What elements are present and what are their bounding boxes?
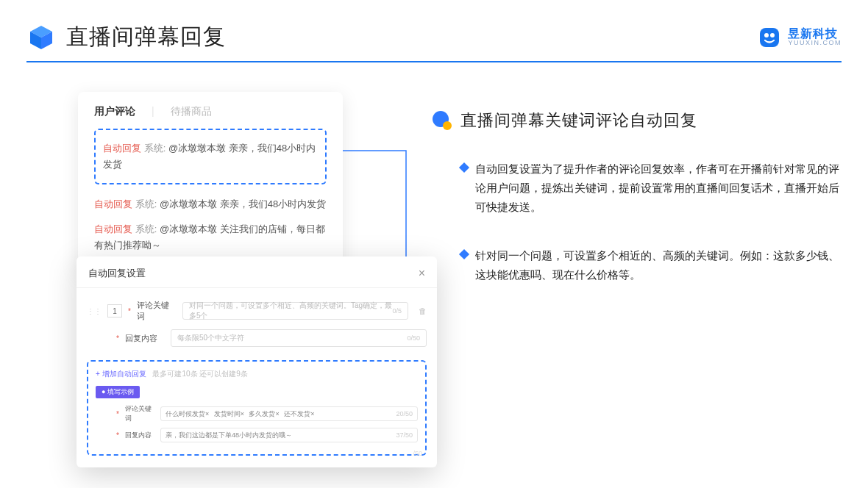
- ex-keyword-count: 20/50: [396, 410, 413, 417]
- content-row: * 回复内容 每条限50个中文字符 0/50: [87, 329, 427, 347]
- auto-reply-tag: 自动回复: [103, 143, 141, 154]
- left-column: 用户评论 | 待播商品 自动回复 系统: @冰墩墩本墩 亲亲，我们48小时内发货…: [26, 92, 409, 314]
- tag-chip: 多久发货×: [249, 410, 279, 417]
- content-label: 回复内容: [125, 333, 165, 344]
- tab-user-comments[interactable]: 用户评论: [94, 105, 135, 118]
- comment-tabs: 用户评论 | 待播商品: [94, 105, 327, 118]
- system-label: 系统:: [135, 223, 157, 234]
- right-title: 直播间弹幕关键词评论自动回复: [460, 110, 697, 132]
- keyword-label: 评论关键词: [137, 300, 177, 322]
- drag-handle-icon[interactable]: ⋮⋮: [87, 307, 102, 315]
- auto-reply-modal: 自动回复设置 × ⋮⋮ 1 * 评论关键词 对同一个问题，可设置多个相近、高频的…: [77, 256, 437, 467]
- required-star: *: [116, 410, 119, 418]
- ex-content-count: 37/50: [396, 431, 413, 439]
- page-header: 直播间弹幕回复 昱新科技 YUUXIN.COM: [0, 0, 868, 52]
- comment-text: @冰墩墩本墩 亲亲，我们48小时内发货: [160, 198, 326, 209]
- add-auto-reply-link[interactable]: + 增加自动回复 最多可建10条 还可以创建9条: [96, 369, 418, 379]
- system-label: 系统:: [144, 143, 166, 154]
- content-placeholder: 每条限50个中文字符: [177, 333, 244, 343]
- ex-keyword-label: 评论关键词: [125, 404, 154, 423]
- modal-header: 自动回复设置 ×: [77, 267, 437, 288]
- delete-icon[interactable]: 🗑: [414, 306, 427, 315]
- right-column: 直播间弹幕关键词评论自动回复 自动回复设置为了提升作者的评论回复效率，作者可在开…: [431, 92, 842, 314]
- keyword-input[interactable]: 对同一个问题，可设置多个相近、高频的关键词。Tag确定，最多5个 0/5: [182, 302, 408, 320]
- bullet-item: 自动回复设置为了提升作者的评论回复效率，作者可在开播前针对常见的评论用户问题，提…: [431, 159, 842, 217]
- brand: 昱新科技 YUUXIN.COM: [757, 25, 842, 50]
- tab-pending-goods[interactable]: 待播商品: [171, 105, 212, 118]
- brand-name-cn: 昱新科技: [788, 27, 842, 40]
- row-index: 1: [107, 304, 122, 317]
- ex-tags: 什么时候发货× 发货时间× 多久发货× 还不发货×: [166, 409, 318, 419]
- add-link-hint: 最多可建10条 还可以创建9条: [152, 370, 247, 378]
- tag-chip: 发货时间×: [214, 410, 244, 417]
- brand-name-en: YUUXIN.COM: [788, 40, 842, 47]
- diamond-bullet-icon: [459, 249, 469, 259]
- auto-reply-tag: 自动回复: [94, 223, 132, 234]
- ex-content-value: 亲，我们这边都是下单48小时内发货的哦～: [166, 431, 292, 440]
- svg-point-7: [443, 121, 452, 130]
- system-label: 系统:: [135, 198, 157, 209]
- example-keyword-row: * 评论关键词 什么时候发货× 发货时间× 多久发货× 还不发货× 20/50: [96, 404, 418, 423]
- tag-chip: 什么时候发货×: [166, 410, 209, 417]
- comment-row: 自动回复 系统: @冰墩墩本墩 关注我们的店铺，每日都有热门推荐呦～: [94, 217, 327, 258]
- bullet-item: 针对同一个问题，可设置多个相近的、高频的关键词。例如：这款多少钱、这块能优惠吗、…: [431, 246, 842, 284]
- auto-reply-tag: 自动回复: [94, 198, 132, 209]
- tag-chip: 还不发货×: [284, 410, 314, 417]
- ex-keyword-input[interactable]: 什么时候发货× 发货时间× 多久发货× 还不发货× 20/50: [160, 406, 418, 421]
- content-input[interactable]: 每条限50个中文字符 0/50: [171, 329, 427, 347]
- main-content: 用户评论 | 待播商品 自动回复 系统: @冰墩墩本墩 亲亲，我们48小时内发货…: [0, 62, 868, 314]
- modal-title: 自动回复设置: [88, 267, 146, 280]
- stray-count: /50: [413, 450, 422, 457]
- header-left: 直播间弹幕回复: [26, 22, 226, 52]
- highlighted-comment: 自动回复 系统: @冰墩墩本墩 亲亲，我们48小时内发货: [94, 129, 327, 184]
- right-heading: 直播间弹幕关键词评论自动回复: [431, 110, 842, 132]
- ex-content-label: 回复内容: [125, 431, 154, 440]
- keyword-row: ⋮⋮ 1 * 评论关键词 对同一个问题，可设置多个相近、高频的关键词。Tag确定…: [87, 300, 427, 322]
- add-link-text: + 增加自动回复: [96, 370, 146, 378]
- keyword-count: 0/5: [392, 307, 402, 315]
- bullet-text: 自动回复设置为了提升作者的评论回复效率，作者可在开播前针对常见的评论用户问题，提…: [475, 159, 842, 217]
- example-content-row: * 回复内容 亲，我们这边都是下单48小时内发货的哦～ 37/50: [96, 428, 418, 442]
- svg-point-4: [764, 33, 769, 37]
- page-title: 直播间弹幕回复: [66, 22, 226, 52]
- comment-row: 自动回复 系统: @冰墩墩本墩 亲亲，我们48小时内发货: [103, 136, 318, 177]
- required-star: *: [116, 334, 119, 342]
- required-star: *: [128, 307, 131, 315]
- tab-divider: |: [152, 105, 154, 118]
- example-highlight: + 增加自动回复 最多可建10条 还可以创建9条 ● 填写示例 * 评论关键词 …: [87, 360, 427, 456]
- brand-logo-icon: [757, 25, 782, 50]
- svg-point-5: [770, 33, 775, 37]
- form-block: ⋮⋮ 1 * 评论关键词 对同一个问题，可设置多个相近、高频的关键词。Tag确定…: [77, 288, 437, 360]
- svg-rect-3: [760, 28, 779, 47]
- example-badge: ● 填写示例: [96, 386, 140, 398]
- ex-content-input[interactable]: 亲，我们这边都是下单48小时内发货的哦～ 37/50: [160, 428, 418, 442]
- brand-text: 昱新科技 YUUXIN.COM: [788, 27, 842, 47]
- content-count: 0/50: [407, 334, 420, 342]
- comment-card: 用户评论 | 待播商品 自动回复 系统: @冰墩墩本墩 亲亲，我们48小时内发货…: [78, 92, 343, 274]
- close-icon[interactable]: ×: [419, 267, 425, 280]
- chat-bubble-icon: [431, 110, 453, 132]
- keyword-placeholder: 对同一个问题，可设置多个相近、高频的关键词。Tag确定，最多5个: [189, 301, 393, 321]
- bullet-text: 针对同一个问题，可设置多个相近的、高频的关键词。例如：这款多少钱、这块能优惠吗、…: [475, 246, 842, 284]
- cube-icon: [26, 23, 56, 52]
- required-star: *: [116, 431, 119, 439]
- diamond-bullet-icon: [459, 162, 469, 173]
- comment-row: 自动回复 系统: @冰墩墩本墩 亲亲，我们48小时内发货: [94, 192, 327, 217]
